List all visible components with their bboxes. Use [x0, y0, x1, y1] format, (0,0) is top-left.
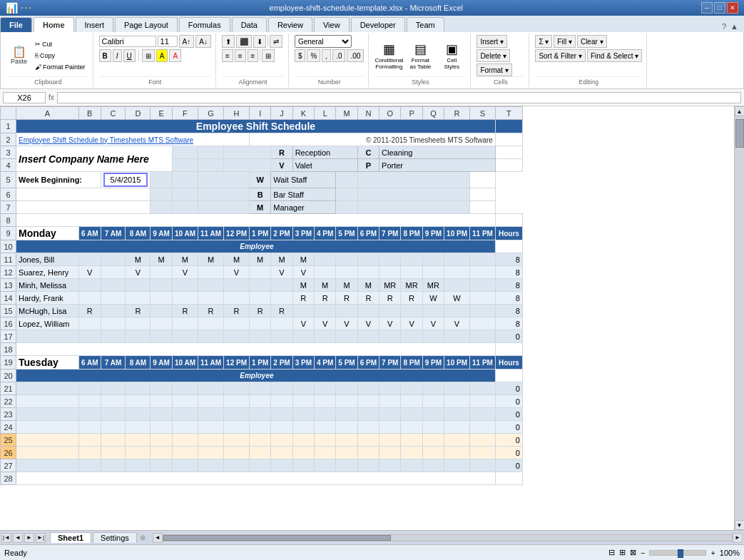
delete-button[interactable]: Delete ▾ [477, 49, 510, 62]
formula-input[interactable] [57, 92, 741, 103]
sheet-tab-sheet1[interactable]: Sheet1 [50, 532, 91, 543]
italic-button[interactable]: I [113, 49, 122, 62]
tab-data[interactable]: Data [232, 17, 267, 32]
decrease-decimal-button[interactable]: .0 [332, 49, 345, 62]
sort-filter-button[interactable]: Sort & Filter ▾ [535, 49, 586, 62]
cut-button[interactable]: ✂Cut [32, 39, 88, 49]
copy-button[interactable]: ⎘Copy [32, 51, 88, 61]
format-button[interactable]: Format ▾ [477, 63, 511, 76]
tab-view[interactable]: View [314, 17, 350, 32]
col-header-f[interactable]: F [172, 107, 198, 120]
tab-home[interactable]: Home [34, 17, 74, 33]
zoom-slider[interactable] [649, 550, 706, 556]
tab-page-layout[interactable]: Page Layout [115, 17, 178, 32]
close-button[interactable]: ✕ [727, 2, 738, 14]
col-header-j[interactable]: J [271, 107, 292, 120]
tab-team[interactable]: Team [407, 17, 444, 32]
col-header-s[interactable]: S [469, 107, 495, 120]
timesheets-link[interactable]: Employee Shift Schedule by Timesheets MT… [19, 136, 193, 144]
week-date[interactable]: 5/4/2015 [103, 173, 148, 187]
tab-next-button[interactable]: ► [24, 533, 34, 543]
tab-insert[interactable]: Insert [76, 17, 114, 32]
sheet-tab-settings[interactable]: Settings [93, 532, 137, 543]
bold-button[interactable]: B [99, 49, 111, 62]
cell-reference-input[interactable]: X26 [3, 92, 46, 103]
scroll-up-button[interactable]: ▲ [735, 106, 745, 116]
col-header-n[interactable]: N [357, 107, 379, 120]
tab-prev-button[interactable]: ◄ [13, 533, 23, 543]
font-name-input[interactable] [99, 36, 156, 47]
col-header-o[interactable]: O [379, 107, 401, 120]
col-header-d[interactable]: D [126, 107, 151, 120]
align-right-button[interactable]: ≡ [248, 49, 259, 62]
cell-styles-button[interactable]: ▣ Cell Styles [437, 40, 466, 71]
col-header-k[interactable]: K [292, 107, 314, 120]
format-painter-button[interactable]: 🖌Format Painter [32, 62, 88, 72]
scroll-left-button[interactable]: ◄ [153, 533, 163, 543]
increase-font-button[interactable]: A↑ [179, 35, 195, 48]
tab-first-button[interactable]: |◄ [1, 533, 11, 543]
col-header-g[interactable]: G [198, 107, 223, 120]
view-layout-icon[interactable]: ⊞ [619, 548, 626, 557]
comma-button[interactable]: , [322, 49, 331, 62]
col-header-r[interactable]: R [444, 107, 470, 120]
insert-button[interactable]: Insert ▾ [477, 35, 507, 48]
col-header-q[interactable]: Q [422, 107, 444, 120]
tab-last-button[interactable]: ►| [36, 533, 46, 543]
insert-sheet-button[interactable]: ⊕ [140, 534, 146, 541]
col-header-i[interactable]: I [249, 107, 270, 120]
format-as-table-button[interactable]: ▤ Format as Table [406, 40, 434, 71]
align-bottom-button[interactable]: ⬇ [253, 35, 266, 48]
col-header-c[interactable]: C [101, 107, 126, 120]
vertical-scrollbar[interactable]: ▲ ▼ [734, 106, 744, 530]
view-break-icon[interactable]: ⊠ [630, 548, 636, 557]
help-icon[interactable]: ? [722, 22, 726, 31]
currency-button[interactable]: $ [295, 49, 306, 62]
sum-button[interactable]: Σ ▾ [535, 35, 552, 48]
sheet-container[interactable]: A B C D E F G H I J K L M N O [0, 106, 734, 530]
col-header-a[interactable]: A [16, 107, 79, 120]
col-header-t[interactable]: T [495, 107, 522, 120]
increase-decimal-button[interactable]: .00 [347, 49, 364, 62]
wrap-text-button[interactable]: ⇌ [270, 35, 282, 48]
horizontal-scrollbar[interactable]: ◄ ► [153, 533, 743, 543]
h-scroll-track[interactable] [163, 534, 733, 541]
merge-cells-button[interactable]: ⊞ [262, 49, 275, 62]
minimize-ribbon-icon[interactable]: ▲ [730, 22, 738, 31]
align-top-button[interactable]: ⬆ [222, 35, 235, 48]
paste-button[interactable]: 📋 Paste [8, 45, 30, 66]
tab-file[interactable]: File [0, 17, 32, 32]
tab-review[interactable]: Review [268, 17, 312, 32]
zoom-slider-thumb[interactable] [678, 549, 683, 558]
tab-developer[interactable]: Developer [351, 17, 405, 32]
conditional-formatting-button[interactable]: ▦ Conditional Formatting [374, 40, 403, 71]
zoom-out-button[interactable]: − [641, 549, 645, 557]
col-header-m[interactable]: M [336, 107, 357, 120]
h-scroll-thumb[interactable] [163, 535, 391, 541]
minimize-button[interactable]: ─ [701, 2, 713, 14]
font-color-button[interactable]: A [169, 49, 181, 62]
col-header-p[interactable]: P [401, 107, 422, 120]
col-header-b[interactable]: B [79, 107, 101, 120]
col-header-e[interactable]: E [151, 107, 173, 120]
tab-formulas[interactable]: Formulas [179, 17, 230, 32]
percent-button[interactable]: % [307, 49, 320, 62]
maximize-button[interactable]: □ [714, 2, 725, 14]
borders-button[interactable]: ⊞ [142, 49, 155, 62]
view-normal-icon[interactable]: ⊟ [608, 548, 615, 557]
decrease-font-button[interactable]: A↓ [195, 35, 211, 48]
clear-button[interactable]: Clear ▾ [577, 35, 607, 48]
align-middle-button[interactable]: ⬛ [236, 35, 252, 48]
col-header-l[interactable]: L [315, 107, 336, 120]
col-header-h[interactable]: H [224, 107, 250, 120]
scroll-right-button[interactable]: ► [733, 533, 743, 543]
font-size-input[interactable] [158, 36, 178, 47]
align-center-button[interactable]: ≡ [235, 49, 246, 62]
zoom-in-button[interactable]: + [710, 549, 715, 557]
fill-button[interactable]: Fill ▾ [554, 35, 576, 48]
underline-button[interactable]: U [123, 49, 136, 62]
number-format-select[interactable]: General Number Currency Date [295, 35, 352, 48]
align-left-button[interactable]: ≡ [222, 49, 233, 62]
fill-color-button[interactable]: A [156, 49, 168, 62]
scroll-down-button[interactable]: ▼ [735, 520, 745, 530]
